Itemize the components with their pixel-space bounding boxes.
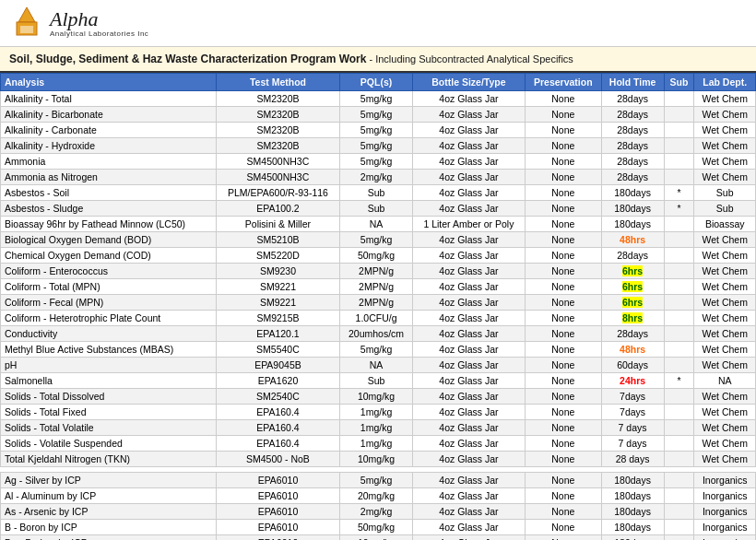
hold-time-highlight: 8hrs [622, 312, 643, 323]
table-cell: Alkalinity - Carbonate [1, 123, 217, 138]
table-cell: Coliform - Total (MPN) [1, 279, 217, 295]
table-cell: Alkalinity - Hydroxide [1, 138, 217, 154]
table-cell: 4oz Glass Jar [412, 201, 525, 217]
table-cell: EPA160.4 [216, 420, 339, 436]
table-row: Alkalinity - CarbonateSM2320B5mg/kg4oz G… [1, 123, 756, 138]
table-row: pHEPA9045BNA4oz Glass JarNone60daysWet C… [1, 358, 756, 373]
col-sub: Sub [664, 74, 694, 91]
table-cell: Wet Chem [694, 91, 756, 107]
table-cell: Wet Chem [694, 170, 756, 185]
table-cell: 4oz Glass Jar [412, 504, 525, 520]
table-row: Asbestos - SludgeEPA100.2Sub4oz Glass Ja… [1, 201, 756, 217]
table-cell: 48hrs [601, 342, 664, 358]
table-cell [664, 154, 694, 170]
table-cell: Wet Chem [694, 123, 756, 138]
table-cell: 180days [601, 217, 664, 232]
table-row: Total Kjeldahl Nitrogen (TKN)SM4500 - No… [1, 452, 756, 467]
table-cell [664, 405, 694, 420]
table-cell: Al - Aluminum by ICP [1, 488, 217, 504]
table-cell: 6hrs [601, 295, 664, 311]
table-cell: 4oz Glass Jar [412, 488, 525, 504]
table-cell: 4oz Glass Jar [412, 170, 525, 185]
col-pql: PQL(s) [340, 74, 413, 91]
table-row: Alkalinity - BicarbonateSM2320B5mg/kg4oz… [1, 107, 756, 123]
table-cell: Chemical Oxygen Demand (COD) [1, 248, 217, 264]
table-cell: 28days [601, 107, 664, 123]
table-cell: None [525, 473, 601, 488]
table-cell: 28days [601, 91, 664, 107]
table-cell: None [525, 535, 601, 541]
table-cell: 4oz Glass Jar [412, 420, 525, 436]
col-bottle: Bottle Size/Type [412, 74, 525, 91]
table-cell: Solids - Total Fixed [1, 405, 217, 420]
table-cell: SM9221 [216, 279, 339, 295]
table-cell: Sub [694, 185, 756, 201]
table-cell [664, 217, 694, 232]
title-section: Soil, Sludge, Sediment & Haz Waste Chara… [0, 47, 756, 73]
table-cell: 180days [601, 504, 664, 520]
table-cell [664, 358, 694, 373]
table-row: Al - Aluminum by ICPEPA601020mg/kg4oz Gl… [1, 488, 756, 504]
table-cell: 4oz Glass Jar [412, 520, 525, 535]
table-cell: Wet Chem [694, 311, 756, 326]
table-cell: 10mg/kg [340, 389, 413, 405]
table-cell: 4oz Glass Jar [412, 107, 525, 123]
table-cell: 4oz Glass Jar [412, 436, 525, 452]
table-cell: 6hrs [601, 279, 664, 295]
title-bold: Soil, Sludge, Sediment & Haz Waste Chara… [9, 53, 366, 65]
table-row: Alkalinity - HydroxideSM2320B5mg/kg4oz G… [1, 138, 756, 154]
table-cell: Coliform - Heterotrophic Plate Count [1, 311, 217, 326]
table-cell [664, 488, 694, 504]
table-cell: Ba - Barium by ICP [1, 535, 217, 541]
table-cell: B - Boron by ICP [1, 520, 217, 535]
table-cell: SM5220D [216, 248, 339, 264]
table-cell: Inorganics [694, 473, 756, 488]
table-cell: Bioassay 96hr by Fathead Minnow (LC50) [1, 217, 217, 232]
table-cell [664, 248, 694, 264]
table-row: As - Arsenic by ICPEPA60102mg/kg4oz Glas… [1, 504, 756, 520]
main-table: Analysis Test Method PQL(s) Bottle Size/… [0, 73, 756, 540]
table-cell: None [525, 217, 601, 232]
table-cell: None [525, 358, 601, 373]
table-cell: SM2320B [216, 123, 339, 138]
table-row: Bioassay 96hr by Fathead Minnow (LC50)Po… [1, 217, 756, 232]
table-cell: NA [340, 217, 413, 232]
table-cell: 4oz Glass Jar [412, 389, 525, 405]
table-row: B - Boron by ICPEPA601050mg/kg4oz Glass … [1, 520, 756, 535]
table-cell: None [525, 504, 601, 520]
table-cell: Wet Chem [694, 154, 756, 170]
table-cell: Ag - Silver by ICP [1, 473, 217, 488]
table-cell: Total Kjeldahl Nitrogen (TKN) [1, 452, 217, 467]
table-cell: Wet Chem [694, 279, 756, 295]
table-cell: Wet Chem [694, 295, 756, 311]
table-cell: Alkalinity - Bicarbonate [1, 107, 217, 123]
svg-marker-0 [18, 7, 35, 22]
table-cell: Wet Chem [694, 138, 756, 154]
table-cell [664, 520, 694, 535]
table-cell: None [525, 107, 601, 123]
table-row: Solids - Total FixedEPA160.41mg/kg4oz Gl… [1, 405, 756, 420]
table-cell: 28 days [601, 452, 664, 467]
table-cell: 2MPN/g [340, 279, 413, 295]
table-cell: Coliform - Fecal (MPN) [1, 295, 217, 311]
table-cell [664, 295, 694, 311]
table-cell: None [525, 264, 601, 279]
table-cell: Ammonia as Nitrogen [1, 170, 217, 185]
table-row: Coliform - Fecal (MPN)SM92212MPN/g4oz Gl… [1, 295, 756, 311]
table-cell: Wet Chem [694, 389, 756, 405]
table-cell: 4oz Glass Jar [412, 473, 525, 488]
col-lab-dept: Lab Dept. [694, 74, 756, 91]
table-cell: 24hrs [601, 373, 664, 389]
table-row: Solids - Total DissolvedSM2540C10mg/kg4o… [1, 389, 756, 405]
table-cell: 4oz Glass Jar [412, 138, 525, 154]
table-cell: 4oz Glass Jar [412, 452, 525, 467]
table-cell: None [525, 279, 601, 295]
hold-time-highlight: 6hrs [622, 281, 643, 292]
table-row: Asbestos - SoilPLM/EPA600/R-93-116Sub4oz… [1, 185, 756, 201]
table-cell: Solids - Total Volatile [1, 420, 217, 436]
table-row: Solids - Total VolatileEPA160.41mg/kg4oz… [1, 420, 756, 436]
table-cell: 4oz Glass Jar [412, 123, 525, 138]
table-cell: 50mg/kg [340, 520, 413, 535]
table-cell: 4oz Glass Jar [412, 91, 525, 107]
table-cell: 50mg/kg [340, 248, 413, 264]
